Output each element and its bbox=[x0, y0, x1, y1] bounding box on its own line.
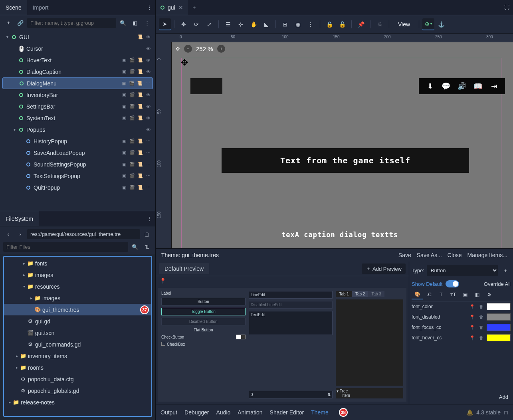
scene-node[interactable]: ▾Popups👁 bbox=[2, 124, 153, 135]
fs-item[interactable]: 🎬gui.tscn bbox=[4, 327, 151, 339]
fs-search-icon[interactable]: 🔍 bbox=[130, 242, 140, 252]
scene-icon[interactable]: 🎬 bbox=[129, 92, 135, 98]
eye-icon[interactable]: 👁 bbox=[145, 69, 151, 75]
inst-icon[interactable]: ▣ bbox=[121, 184, 127, 191]
inst-icon[interactable]: ▣ bbox=[121, 173, 127, 179]
grid-icon[interactable]: ▦ bbox=[292, 18, 304, 30]
scene-icon[interactable]: 🎬 bbox=[129, 173, 135, 179]
fs-sort-icon[interactable]: ⇅ bbox=[142, 242, 152, 252]
close-icon[interactable]: ✕ bbox=[178, 4, 183, 11]
zoom-level[interactable]: 252 % bbox=[196, 46, 213, 52]
theme-property-row[interactable]: font_color📍🗑 bbox=[412, 301, 511, 312]
fs-filter-input[interactable] bbox=[3, 242, 128, 252]
fs-path-input[interactable] bbox=[27, 229, 140, 239]
scene-node[interactable]: SoundSettingsPopup▣🎬📜⋯ bbox=[2, 158, 153, 170]
preview-button[interactable]: Button bbox=[161, 298, 246, 305]
delete-icon[interactable]: 🗑 bbox=[478, 303, 484, 310]
fs-item[interactable]: ▸📁images bbox=[4, 292, 151, 304]
scene-node[interactable]: SettingsBar▣🎬📜👁 bbox=[2, 101, 153, 112]
color-swatch[interactable] bbox=[487, 303, 511, 310]
more-icon[interactable]: ⋯ bbox=[145, 161, 151, 168]
colors-tab-icon[interactable]: 🎨 bbox=[412, 290, 423, 299]
scene-node[interactable]: ▾GUI📜👁 bbox=[2, 31, 153, 43]
bottom-tab-debugger[interactable]: Debugger bbox=[184, 409, 209, 416]
canvas[interactable]: ✥ − 252 % ＋ ✥ ⬇ 💬 🔊 📖 ⇥ Text from th bbox=[172, 42, 513, 248]
script-icon[interactable]: 📜 bbox=[137, 92, 143, 98]
pin-icon[interactable]: 📍 bbox=[469, 335, 475, 341]
eye-icon[interactable]: 👁 bbox=[145, 46, 151, 52]
pin-icon[interactable]: 📍 bbox=[469, 303, 475, 310]
scene-node[interactable]: SaveAndLoadPopup▣🎬📜⋯ bbox=[2, 147, 153, 158]
more-icon[interactable]: ⋯ bbox=[145, 138, 151, 145]
scene-icon[interactable]: 🎬 bbox=[129, 150, 135, 156]
inst-icon[interactable]: ▣ bbox=[121, 69, 127, 75]
color-swatch[interactable] bbox=[487, 324, 511, 331]
theme-close-button[interactable]: Close bbox=[448, 252, 462, 258]
scene-node[interactable]: DialogMenu▣🎬📜⋯ bbox=[2, 77, 153, 89]
inst-icon[interactable]: ▣ bbox=[121, 92, 127, 98]
tab-import[interactable]: Import bbox=[27, 0, 54, 15]
scriptb-icon[interactable]: 📜 bbox=[137, 150, 143, 156]
show-default-toggle[interactable] bbox=[446, 280, 459, 287]
fonts-tab-icon[interactable]: T bbox=[436, 290, 447, 299]
scene-icon[interactable]: 🎬 bbox=[129, 184, 135, 191]
fs-fwd-icon[interactable]: › bbox=[15, 229, 26, 239]
eye-icon[interactable]: 👁 bbox=[145, 115, 151, 121]
scene-tree[interactable]: ▾GUI📜👁🖱️Cursor👁HoverText▣🎬📜👁DialogCaptio… bbox=[0, 30, 155, 211]
constants-tab-icon[interactable]: .C bbox=[424, 290, 435, 299]
fs-back-icon[interactable]: ‹ bbox=[3, 229, 14, 239]
inst-icon[interactable]: ▣ bbox=[121, 57, 127, 63]
scene-node[interactable]: InventoryBar▣🎬📜👁 bbox=[2, 89, 153, 101]
eye-icon[interactable]: 👁 bbox=[145, 57, 151, 63]
theme-property-list[interactable]: font_color📍🗑font_disabled📍🗑font_focus_co… bbox=[412, 301, 511, 392]
bottom-tab-theme[interactable]: Theme bbox=[311, 409, 329, 416]
fs-item[interactable]: ▸📁fonts bbox=[4, 258, 151, 269]
inst-icon[interactable]: ▣ bbox=[121, 161, 127, 168]
preview-lineedit[interactable]: LineEdit bbox=[249, 291, 333, 299]
center-icon[interactable]: ✥ bbox=[176, 46, 180, 52]
expand-icon[interactable]: ⛶ bbox=[500, 0, 513, 15]
more-icon[interactable]: ⋯ bbox=[145, 184, 151, 191]
fs-view-icon[interactable]: ▢ bbox=[142, 229, 152, 239]
scriptb-icon[interactable]: 📜 bbox=[137, 138, 143, 145]
inst-icon[interactable]: ▣ bbox=[121, 103, 127, 110]
scene-icon[interactable]: 🎬 bbox=[129, 80, 135, 87]
bottom-tab-animation[interactable]: Animation bbox=[238, 409, 262, 416]
fs-tree[interactable]: ▸📁fonts▸📁images▾📁resources▸📁images🎨gui_t… bbox=[3, 256, 152, 417]
pin-icon[interactable]: 📍 bbox=[469, 324, 475, 331]
theme-tools-icon[interactable]: ⚙ bbox=[483, 290, 495, 299]
more-icon[interactable]: ⋯ bbox=[145, 80, 151, 87]
theme-save-button[interactable]: Save bbox=[398, 252, 411, 258]
theme-property-row[interactable]: font_disabled📍🗑 bbox=[412, 312, 511, 322]
notification-icon[interactable]: 🔔 bbox=[466, 409, 473, 416]
notification-badge[interactable]: 38 bbox=[339, 408, 348, 417]
scriptb-icon[interactable]: 📜 bbox=[137, 173, 143, 179]
fontsize-tab-icon[interactable]: ᴛT bbox=[448, 290, 459, 299]
tab-scene[interactable]: Scene bbox=[0, 0, 27, 15]
ruler-tool-icon[interactable]: ◣ bbox=[260, 18, 272, 30]
rotate-tool-icon[interactable]: ⟳ bbox=[190, 18, 202, 30]
show-default-label[interactable]: Show Default bbox=[412, 281, 442, 287]
pin-icon[interactable]: 📍 bbox=[160, 278, 166, 284]
script-icon[interactable]: 📜 bbox=[137, 80, 143, 87]
inst-icon[interactable]: ▣ bbox=[121, 115, 127, 121]
delete-icon[interactable]: 🗑 bbox=[478, 324, 484, 331]
scene-icon[interactable]: 🎬 bbox=[129, 161, 135, 168]
snap-toggle-icon[interactable]: ⊞ bbox=[279, 18, 291, 30]
scene-icon[interactable]: 🎬 bbox=[129, 103, 135, 110]
delete-icon[interactable]: 🗑 bbox=[478, 314, 484, 320]
delete-icon[interactable]: 🗑 bbox=[478, 335, 484, 341]
script-icon[interactable]: 📜 bbox=[137, 115, 143, 121]
scale-tool-icon[interactable]: ⤢ bbox=[203, 18, 215, 30]
scene-node[interactable]: HoverText▣🎬📜👁 bbox=[2, 54, 153, 66]
script-icon[interactable]: 📜 bbox=[137, 34, 143, 40]
search-icon[interactable]: 🔍 bbox=[118, 18, 128, 28]
fs-item[interactable]: ⚙gui.gd bbox=[4, 315, 151, 327]
scene-node[interactable]: SystemText▣🎬📜👁 bbox=[2, 112, 153, 124]
snap-menu-icon[interactable]: ⋮ bbox=[305, 18, 317, 30]
fs-item[interactable]: ▾📁resources bbox=[4, 281, 151, 292]
color-swatch[interactable] bbox=[487, 334, 511, 341]
preview-tabs[interactable]: Tab 1 Tab 2 Tab 3 bbox=[336, 291, 403, 297]
eye-icon[interactable]: 👁 bbox=[145, 34, 151, 40]
scriptb-icon[interactable]: 📜 bbox=[137, 161, 143, 168]
